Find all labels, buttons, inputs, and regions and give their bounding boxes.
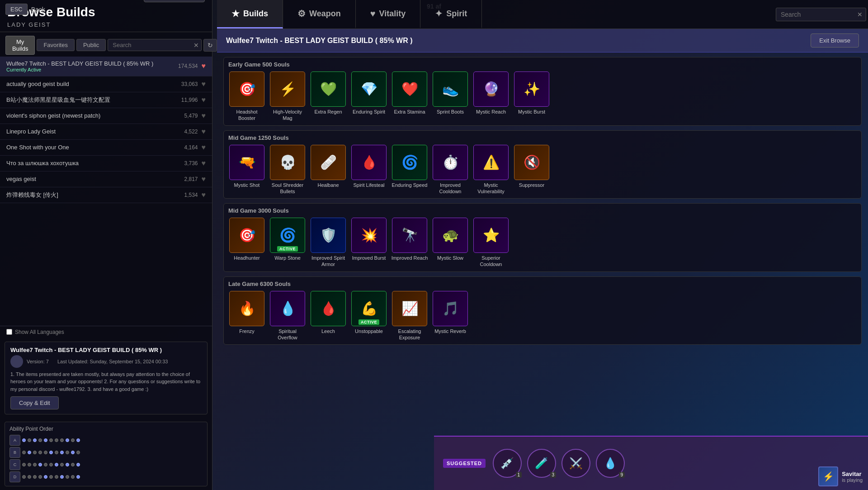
item-card[interactable]: 💎 Enduring Spirit <box>350 71 387 122</box>
heart-icon[interactable]: ♥ <box>202 112 206 120</box>
item-card[interactable]: 🎯 Headhunter <box>228 218 265 268</box>
ability-dot <box>66 475 69 479</box>
player-avatar-icon: ⚡ <box>823 471 834 482</box>
suggested-item-icon: 🧪 3 <box>527 449 556 478</box>
item-card[interactable]: 🔥 Frenzy <box>228 291 265 341</box>
ability-order: Ability Point Order A B <box>5 422 208 486</box>
build-list-item[interactable]: 炸弹赖线毒女 [传火] 1,534 ♥ <box>0 187 212 203</box>
item-card[interactable]: 🔭 Improved Reach <box>391 218 428 268</box>
build-item-name: Linepro Lady Geist <box>6 128 184 135</box>
build-list-item[interactable]: Linepro Lady Geist 4,522 ♥ <box>0 124 212 140</box>
item-card[interactable]: 🌀 ACTIVE Warp Stone <box>269 218 306 268</box>
build-list-item[interactable]: actually good geist build 33,063 ♥ <box>0 76 212 92</box>
build-list-item[interactable]: B站小魔法师黑星星吸血鬼一键符文配置 11,996 ♥ <box>0 92 212 108</box>
nav-tab-spirit[interactable]: ✦ Spirit <box>420 0 482 29</box>
item-card[interactable]: 🛡️ Improved Spirit Armor <box>310 218 347 268</box>
item-icon-wrap: 🔥 <box>229 291 264 326</box>
build-list-item[interactable]: Что за шлюшка хохотушка 3,736 ♥ <box>0 156 212 171</box>
item-icon-wrap: 🌀 ACTIVE <box>270 218 305 253</box>
item-card[interactable]: 💀 Soul Shredder Bullets <box>269 145 306 195</box>
heart-icon[interactable]: ♥ <box>202 191 206 199</box>
item-card[interactable]: 🔇 Suppressor <box>513 145 550 195</box>
item-icon: 🔭 <box>401 228 418 242</box>
create-build-button[interactable]: Create New Build <box>144 0 205 2</box>
ability-dot <box>66 438 69 442</box>
item-card[interactable]: 📈 Escalating Exposure <box>391 291 428 341</box>
item-card[interactable]: ⚠️ Mystic Vulnerability <box>472 145 509 195</box>
item-card[interactable]: 🌀 Enduring Speed <box>391 145 428 195</box>
tab-favorites[interactable]: Favorites <box>37 39 74 51</box>
ability-order-title: Ability Point Order <box>9 426 203 432</box>
build-list-item[interactable]: vegas geist 2,817 ♥ <box>0 171 212 187</box>
item-icon-wrap: ⚠️ <box>473 145 509 180</box>
suggested-item[interactable]: 💉 1 <box>493 449 522 478</box>
tab-my-builds[interactable]: My Builds <box>5 36 35 55</box>
esc-button[interactable]: ESC <box>5 4 28 15</box>
item-card[interactable]: 💪 ACTIVE Unstoppable <box>350 291 387 341</box>
nav-tab-weapon[interactable]: ⚙ Weapon <box>283 0 356 29</box>
item-card[interactable]: ⚡ High-Velocity Mag <box>269 71 306 122</box>
heart-icon[interactable]: ♥ <box>202 96 206 104</box>
build-section-late: Late Game 6300 Souls 🔥 Frenzy 💧 Spiritua… <box>223 276 862 345</box>
nav-tab-vitality[interactable]: ♥ Vitality <box>356 0 421 29</box>
heart-icon[interactable]: ♥ <box>202 159 206 167</box>
item-card[interactable]: ✨ Mystic Burst <box>513 71 550 122</box>
refresh-button[interactable]: ↻ <box>203 39 217 52</box>
item-card[interactable]: ❤️ Extra Stamina <box>391 71 428 122</box>
item-card[interactable]: 👟 Sprint Boots <box>432 71 469 122</box>
show-all-languages-label: Show All Languages <box>15 329 64 335</box>
exit-browse-button[interactable]: Exit Browse <box>811 33 859 48</box>
back-button[interactable]: Back <box>31 6 45 13</box>
search-wrap: ✕ <box>108 39 202 51</box>
item-card[interactable]: 🩹 Healbane <box>310 145 347 195</box>
item-icon-wrap: 🔫 <box>229 145 264 180</box>
build-item-name: One Shot with your One <box>6 144 184 151</box>
builds-search-input[interactable] <box>108 39 202 51</box>
item-card[interactable]: 🐢 Mystic Slow <box>432 218 469 268</box>
heart-icon[interactable]: ♥ <box>202 175 206 183</box>
right-panel: ★ Builds ⚙ Weapon ♥ Vitality ✦ Spirit ✕ … <box>217 0 868 490</box>
nav-search-input[interactable] <box>776 8 866 21</box>
item-icon-wrap: 🌀 <box>392 145 427 180</box>
nav-tab-builds[interactable]: ★ Builds <box>217 0 283 29</box>
search-clear-icon[interactable]: ✕ <box>193 42 199 49</box>
build-list-item[interactable]: Wulfee7 Twitch - BEST LADY GEIST BUILD (… <box>0 57 212 76</box>
show-all-languages-checkbox[interactable] <box>6 329 12 335</box>
ability-dot <box>71 451 75 454</box>
item-icon: 🐢 <box>442 228 459 242</box>
item-card[interactable]: 🔫 Mystic Shot <box>228 145 265 195</box>
suggested-item[interactable]: 🧪 3 <box>527 449 556 478</box>
item-icon: 🎯 <box>239 82 255 96</box>
ability-dot <box>60 438 64 442</box>
build-item-name: B站小魔法师黑星星吸血鬼一键符文配置 <box>6 96 181 104</box>
suggested-item[interactable]: 💧 9 <box>596 449 625 478</box>
item-card[interactable]: 💧 Spiritual Overflow <box>269 291 306 341</box>
item-card[interactable]: 🎯 Headshot Booster <box>228 71 265 122</box>
ability-dot <box>28 475 31 479</box>
nav-search-clear-icon[interactable]: ✕ <box>857 11 863 18</box>
build-list-item[interactable]: violent's siphon geist (newest patch) 5,… <box>0 108 212 124</box>
item-name: Enduring Speed <box>392 182 428 188</box>
item-card[interactable]: 🩸 Spirit Lifesteal <box>350 145 387 195</box>
build-list-item[interactable]: One Shot with your One 4,164 ♥ <box>0 140 212 156</box>
item-card[interactable]: 🩸 Leech <box>310 291 347 341</box>
vitality-tab-icon: ♥ <box>370 9 376 19</box>
heart-icon[interactable]: ♥ <box>202 128 206 136</box>
heart-icon[interactable]: ♥ <box>202 80 206 88</box>
ability-dot <box>60 451 64 454</box>
suggested-item[interactable]: ⚔️ <box>561 449 590 478</box>
item-name: Sprint Boots <box>437 109 464 115</box>
item-card[interactable]: 🎵 Mystic Reverb <box>432 291 469 341</box>
heart-icon[interactable]: ♥ <box>202 143 206 152</box>
ability-dot <box>49 451 53 454</box>
heart-icon[interactable]: ♥ <box>202 62 206 70</box>
item-name: Improved Burst <box>352 255 386 261</box>
copy-edit-button[interactable]: Copy & Edit <box>10 396 59 409</box>
item-card[interactable]: 💚 Extra Regen <box>310 71 347 122</box>
build-item-count: 1,534 <box>184 192 198 198</box>
item-card[interactable]: 💥 Improved Burst <box>350 218 387 268</box>
tab-public[interactable]: Public <box>76 39 106 51</box>
item-card[interactable]: ⭐ Superior Cooldown <box>472 218 509 268</box>
item-card[interactable]: ⏱️ Improved Cooldown <box>432 145 469 195</box>
item-card[interactable]: 🔮 Mystic Reach <box>472 71 509 122</box>
